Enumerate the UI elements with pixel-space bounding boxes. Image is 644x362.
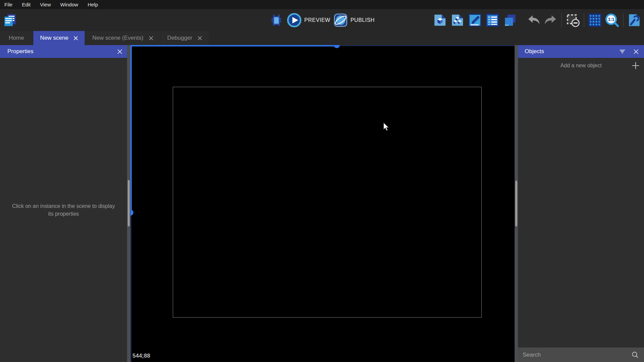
instances-list-icon — [485, 13, 500, 28]
objects-list-button[interactable] — [450, 13, 465, 28]
left-panel-divider[interactable] — [127, 45, 130, 362]
cursor-coordinates-label: 544;88 — [132, 353, 150, 359]
objects-list-icon — [450, 13, 465, 28]
properties-panel: Properties Click on an instance in the s… — [0, 45, 127, 362]
redo-button[interactable] — [544, 14, 558, 26]
selection-top-edge — [130, 45, 337, 46]
publish-button[interactable]: PUBLISH — [334, 13, 375, 27]
scene-properties-button[interactable] — [433, 13, 447, 28]
toolbar-separator — [623, 13, 623, 27]
close-icon[interactable] — [198, 36, 202, 40]
canvas-right-scrollbar-thumb[interactable] — [515, 181, 517, 226]
tab-new-scene[interactable]: New scene — [33, 31, 85, 45]
project-manager-icon — [3, 13, 17, 28]
clear-selection-icon — [565, 13, 580, 28]
properties-panel-body: Click on an instance in the scene to dis… — [0, 58, 127, 362]
grid-toggle-button[interactable] — [588, 13, 602, 27]
toolbar: PREVIEW PUBLISH — [0, 9, 644, 31]
debug-button[interactable] — [269, 13, 283, 27]
menu-bar: File Edit View Window Help — [0, 0, 644, 9]
selection-resize-handle-top[interactable] — [334, 45, 340, 48]
tab-home[interactable]: Home — [0, 31, 33, 45]
game-window-frame — [173, 87, 482, 318]
mouse-cursor-icon — [383, 122, 389, 131]
properties-panel-title: Properties — [7, 48, 33, 55]
canvas-top-border — [337, 45, 515, 46]
objects-panel-header: Objects — [518, 45, 644, 58]
canvas-left-scrollbar-thumb[interactable] — [128, 180, 130, 226]
editor-settings-button[interactable] — [627, 13, 641, 27]
canvas-left-border — [130, 213, 131, 362]
add-object-label: Add a new object — [560, 63, 602, 69]
zoom-1-1-icon: 1:1 — [605, 13, 619, 28]
selection-left-edge — [130, 45, 132, 213]
grid-icon — [588, 13, 602, 27]
object-groups-pencil-icon — [468, 13, 482, 28]
publish-label: PUBLISH — [351, 17, 375, 23]
settings-wrench-icon — [627, 13, 641, 27]
debug-bug-icon — [269, 13, 283, 27]
menu-item-window[interactable]: Window — [60, 2, 78, 7]
publish-icon — [334, 13, 348, 27]
properties-empty-hint: Click on an instance in the scene to dis… — [11, 202, 116, 218]
objects-search-bar — [518, 348, 644, 362]
svg-text:1:1: 1:1 — [608, 17, 614, 22]
add-object-button[interactable] — [631, 61, 640, 70]
tab-label: New scene (Events) — [92, 35, 143, 41]
menu-item-file[interactable]: File — [4, 2, 12, 7]
properties-panel-header: Properties — [0, 45, 127, 58]
objects-panel: Objects Add a new object — [518, 45, 644, 362]
close-icon[interactable] — [74, 36, 78, 40]
add-object-row[interactable]: Add a new object — [518, 58, 644, 73]
undo-button[interactable] — [527, 14, 541, 26]
undo-icon — [527, 14, 541, 26]
tab-label: Home — [9, 35, 24, 41]
tab-new-scene-events[interactable]: New scene (Events) — [85, 31, 160, 45]
objects-list-empty-area — [518, 73, 644, 348]
close-icon[interactable] — [149, 36, 153, 40]
tab-bar: Home New scene New scene (Events) Debugg… — [0, 31, 644, 45]
plus-icon — [631, 61, 640, 70]
preview-label: PREVIEW — [304, 17, 330, 23]
tab-debugger[interactable]: Debugger — [161, 31, 209, 45]
app-window: File Edit View Window Help — [0, 0, 644, 362]
zoom-reset-button[interactable]: 1:1 — [605, 13, 619, 28]
objects-panel-title: Objects — [525, 48, 544, 55]
filter-icon[interactable] — [619, 49, 626, 54]
preview-play-icon — [287, 13, 301, 28]
scene-properties-icon — [433, 13, 447, 28]
search-icon — [631, 351, 639, 359]
toolbar-separator — [561, 13, 562, 27]
close-icon[interactable] — [634, 49, 639, 54]
right-panel-divider[interactable] — [515, 45, 518, 362]
toolbar-separator — [584, 13, 584, 27]
preview-button[interactable]: PREVIEW — [287, 13, 330, 28]
tab-label: Debugger — [167, 35, 193, 41]
redo-icon — [544, 14, 558, 26]
close-icon[interactable] — [117, 49, 122, 54]
layers-icon — [502, 13, 517, 28]
tab-label: New scene — [40, 35, 68, 41]
menu-item-edit[interactable]: Edit — [22, 2, 31, 7]
project-manager-button[interactable] — [2, 12, 17, 28]
layers-button[interactable] — [502, 13, 517, 28]
scene-canvas[interactable]: 544;88 — [130, 45, 515, 362]
instances-list-button[interactable] — [485, 13, 500, 28]
menu-item-help[interactable]: Help — [88, 2, 98, 7]
menu-item-view[interactable]: View — [40, 2, 51, 7]
selection-resize-handle-left[interactable] — [130, 210, 133, 216]
search-input[interactable] — [523, 352, 631, 358]
clear-selection-button[interactable] — [565, 13, 580, 28]
object-groups-button[interactable] — [468, 13, 482, 28]
